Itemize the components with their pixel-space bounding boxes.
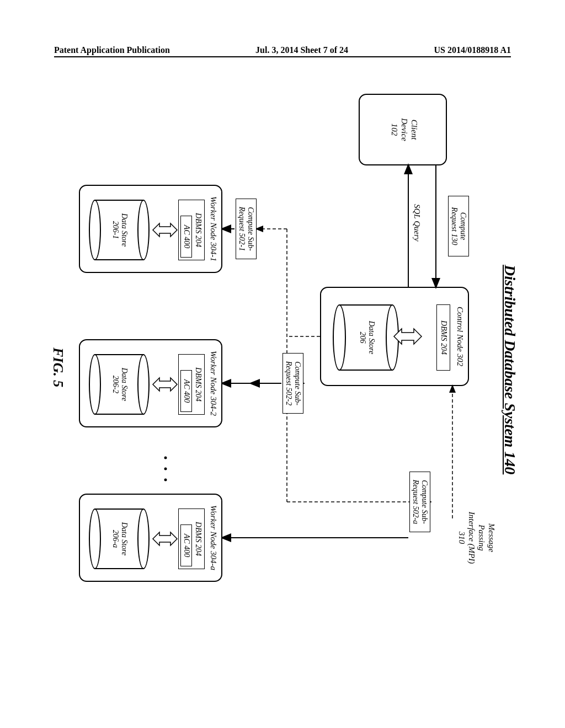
svg-point-14 [164,468,167,470]
figure-diagram: Distributed Database System 140 Client D… [0,94,508,535]
sub-request-a: Compute Sub- Request 502-a [409,472,430,532]
header-rule [54,56,511,57]
sra-l2: Request 502-a [411,474,420,529]
worker-node-1: Worker Node 304-1 DBMS 204 AC 400 Data S… [79,185,222,273]
sql-query-label: SQL Query [412,204,422,242]
sr2-l2: Request 502-2 [284,356,293,411]
sr2-l1: Compute Sub- [293,356,302,411]
compute-request-l1: Compute [459,199,467,254]
sr1-l1: Compute Sub- [246,201,255,256]
control-datastore: Data Store 206 [333,304,399,371]
compute-request-box: Compute Request 130 [448,196,469,256]
figure-label: FIG. 5 [50,347,66,387]
control-dbms-box: DBMS 204 [436,304,450,371]
worker-node-a: Worker Node 304-a DBMS 204 AC 400 Data S… [79,494,222,582]
worker-node-2: Worker Node 304-2 DBMS 204 AC 400 Data S… [79,339,222,427]
diagram-title: Distributed Database System 140 [501,265,519,474]
header-right: US 2014/0188918 A1 [434,45,511,55]
svg-point-13 [164,457,167,459]
mpi-l1: Message [487,496,497,579]
control-ds-l2: 206 [358,304,367,371]
header-center: Jul. 3, 2014 Sheet 7 of 24 [255,45,348,55]
client-line2: Device [399,95,409,164]
client-device-box: Client Device 102 [359,94,447,165]
sub-request-1: Compute Sub- Request 502-1 [236,199,257,259]
control-ds-l1: Data Store [367,304,376,371]
header-left: Patent Application Publication [54,45,170,55]
sr1-l2: Request 502-1 [237,201,246,256]
sub-request-2: Compute Sub- Request 502-2 [282,353,303,414]
client-line3: 102 [390,95,399,164]
compute-request-l2: Request 130 [450,199,459,254]
page-header: Patent Application Publication Jul. 3, 2… [0,45,565,55]
mpi-l3: Interface (MPI) [467,496,477,579]
control-dbms-label: DBMS 204 [440,320,448,355]
client-line1: Client [409,95,419,164]
svg-point-15 [164,479,167,481]
control-node-title: Control Node 302 [455,288,465,385]
control-node-box: Control Node 302 DBMS 204 Data Store 206 [320,287,469,386]
sra-l1: Compute Sub- [420,474,429,529]
mpi-l2: Passing [477,496,487,579]
mpi-l4: 310 [457,496,467,579]
mpi-label: Message Passing Interface (MPI) 310 [457,496,497,579]
